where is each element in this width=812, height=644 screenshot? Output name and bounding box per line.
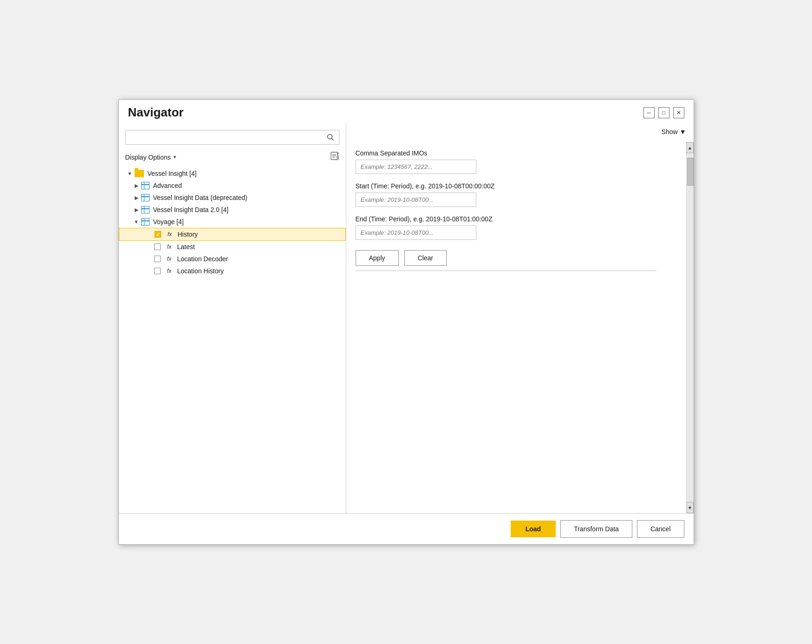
form-buttons: Apply Clear	[356, 250, 675, 266]
tree-item-advanced[interactable]: ▶ Advanced	[119, 180, 346, 192]
fx-icon-latest: fx	[164, 243, 175, 251]
show-button[interactable]: Show ▼	[662, 128, 686, 135]
tree-item-location-history[interactable]: fx Location History	[119, 265, 346, 277]
table-icon-deprecated	[141, 194, 149, 201]
expand-arrow-data-20: ▶	[132, 207, 141, 213]
scroll-down-button[interactable]: ▼	[686, 502, 694, 513]
collapse-arrow-vessel-insight: ▼	[125, 171, 135, 176]
expand-arrow-advanced: ▶	[132, 183, 141, 189]
fx-icon-location-decoder: fx	[164, 255, 175, 263]
svg-line-1	[331, 139, 333, 141]
tree-area: ▼ Vessel Insight [4] ▶ Advanced ▶ Vessel…	[119, 166, 346, 513]
close-button[interactable]: ✕	[673, 107, 684, 118]
checkbox-latest[interactable]	[154, 244, 161, 250]
field-imos-label: Comma Separated IMOs	[356, 149, 675, 157]
tree-item-latest[interactable]: fx Latest	[119, 241, 346, 253]
field-start-label: Start (Time: Period), e.g. 2019-10-08T00…	[356, 182, 675, 190]
form-field-imos: Comma Separated IMOs	[356, 149, 675, 174]
tree-label-location-history: Location History	[177, 267, 224, 275]
display-options-row: Display Options ▼	[119, 149, 346, 166]
search-button[interactable]	[322, 130, 339, 144]
tree-item-voyage[interactable]: ▼ Voyage [4]	[119, 216, 346, 228]
show-label: Show	[662, 128, 678, 135]
table-icon-data-20	[141, 206, 149, 213]
field-start-input[interactable]	[356, 193, 476, 207]
tree-label-history: History	[178, 231, 198, 238]
tree-label-voyage: Voyage [4]	[153, 218, 184, 225]
field-end-input[interactable]	[356, 225, 476, 240]
load-button[interactable]: Load	[511, 521, 556, 537]
folder-icon-vessel-insight	[135, 170, 144, 177]
search-bar-container	[125, 130, 339, 145]
tree-item-location-decoder[interactable]: fx Location Decoder	[119, 253, 346, 265]
table-icon-advanced	[141, 182, 149, 189]
maximize-button[interactable]: □	[658, 107, 669, 118]
right-panel: Show ▼ ▲ ▼ Comma Separated IMOs	[346, 123, 694, 513]
fx-icon-location-history: fx	[164, 267, 175, 275]
tree-label-data-20: Vessel Insight Data 2.0 [4]	[153, 206, 229, 213]
form-field-start: Start (Time: Period), e.g. 2019-10-08T00…	[356, 182, 675, 207]
cancel-button[interactable]: Cancel	[637, 520, 684, 538]
tree-item-vessel-insight-data-20[interactable]: ▶ Vessel Insight Data 2.0 [4]	[119, 204, 346, 216]
tree-item-history[interactable]: fx History	[119, 228, 346, 241]
tree-item-vessel-insight[interactable]: ▼ Vessel Insight [4]	[119, 167, 346, 180]
display-options-label: Display Options	[125, 154, 171, 161]
search-input[interactable]	[126, 131, 322, 144]
display-options-button[interactable]: Display Options ▼	[125, 154, 177, 161]
svg-point-0	[327, 135, 332, 139]
table-icon-voyage	[141, 218, 149, 225]
scroll-up-button[interactable]: ▲	[686, 142, 694, 153]
form-field-end: End (Time: Period), e.g. 2019-10-08T01:0…	[356, 215, 675, 240]
window-controls: ─ □ ✕	[643, 107, 684, 118]
title-bar: Navigator ─ □ ✕	[119, 100, 694, 123]
main-area: Display Options ▼	[119, 123, 694, 513]
clear-button[interactable]: Clear	[404, 250, 447, 266]
transform-data-button[interactable]: Transform Data	[560, 520, 632, 538]
form-area: Comma Separated IMOs Start (Time: Period…	[346, 140, 694, 513]
form-divider	[356, 270, 656, 271]
tree-label-location-decoder: Location Decoder	[177, 255, 228, 263]
dialog-title: Navigator	[128, 105, 184, 120]
field-end-label: End (Time: Period), e.g. 2019-10-08T01:0…	[356, 215, 675, 223]
tree-label-latest: Latest	[177, 243, 195, 251]
tree-label-deprecated: Vessel Insight Data (deprecated)	[153, 194, 247, 201]
scrollbar: ▲ ▼	[686, 142, 694, 513]
right-header: Show ▼	[346, 123, 694, 140]
tree-label-vessel-insight: Vessel Insight [4]	[148, 170, 197, 177]
display-options-chevron-icon: ▼	[173, 155, 177, 160]
footer: Load Transform Data Cancel	[119, 513, 694, 544]
show-chevron-icon: ▼	[680, 128, 686, 135]
export-button[interactable]	[330, 151, 339, 163]
minimize-button[interactable]: ─	[643, 107, 655, 118]
apply-button[interactable]: Apply	[356, 250, 399, 266]
checkbox-history[interactable]	[155, 231, 161, 238]
collapse-arrow-voyage: ▼	[132, 219, 141, 225]
export-icon	[330, 151, 339, 161]
fx-icon-history: fx	[165, 231, 175, 238]
search-icon	[327, 134, 334, 141]
tree-item-vessel-insight-deprecated[interactable]: ▶ Vessel Insight Data (deprecated)	[119, 192, 346, 204]
expand-arrow-deprecated: ▶	[132, 195, 141, 201]
left-panel: Display Options ▼	[119, 123, 346, 513]
checkbox-location-history[interactable]	[154, 268, 161, 274]
navigator-dialog: Navigator ─ □ ✕ Displa	[118, 99, 694, 545]
scroll-thumb[interactable]	[687, 158, 694, 186]
tree-label-advanced: Advanced	[153, 182, 182, 189]
scroll-track	[687, 153, 694, 502]
field-imos-input[interactable]	[356, 160, 476, 174]
checkbox-location-decoder[interactable]	[154, 256, 161, 262]
